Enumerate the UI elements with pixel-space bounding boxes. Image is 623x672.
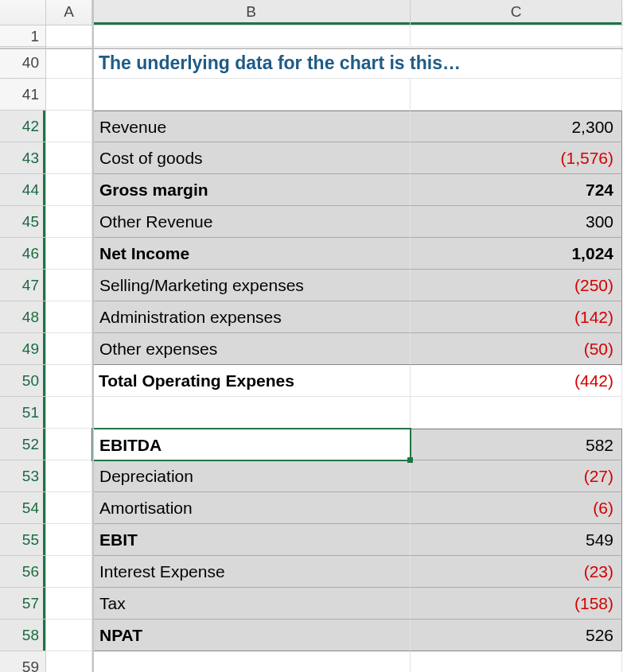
totals-label[interactable]: Total Operating Expenes (92, 365, 411, 397)
table-cell-label[interactable]: Tax (92, 588, 411, 620)
table-cell-value[interactable]: 549 (411, 524, 622, 556)
row-header[interactable]: 53 (0, 460, 45, 492)
cell[interactable] (46, 111, 92, 142)
spreadsheet: A B C 1 40 41 42 43 44 45 46 47 48 49 50… (0, 0, 623, 672)
cell[interactable] (46, 333, 92, 365)
table-cell-value[interactable]: (1,576) (411, 142, 622, 174)
row-header[interactable]: 43 (0, 142, 45, 174)
row-header[interactable]: 42 (0, 111, 45, 142)
cell[interactable] (46, 301, 92, 333)
cell[interactable] (46, 460, 92, 492)
row-header[interactable]: 45 (0, 206, 45, 238)
cell[interactable] (46, 47, 92, 79)
cell[interactable] (92, 25, 411, 47)
table-cell-value[interactable]: (158) (411, 588, 622, 620)
cell[interactable] (411, 25, 622, 47)
cell[interactable] (46, 206, 92, 238)
table-cell-value[interactable]: 1,024 (411, 238, 622, 270)
cell[interactable] (46, 620, 92, 651)
table-cell-value[interactable]: (23) (411, 556, 622, 588)
table-cell-value[interactable]: (250) (411, 270, 622, 301)
row-header[interactable]: 1 (0, 25, 45, 47)
table-cell-value[interactable]: (6) (411, 492, 622, 524)
cell[interactable] (46, 79, 92, 111)
cell[interactable] (46, 397, 92, 429)
title-cell[interactable]: The underlying data for the chart is thi… (92, 47, 411, 79)
active-cell[interactable]: EBITDA (92, 429, 411, 460)
row-header[interactable]: 41 (0, 79, 45, 111)
col-header-C[interactable]: C (411, 0, 622, 25)
freeze-pane-vline (92, 0, 94, 672)
cell[interactable] (411, 47, 622, 79)
row-header[interactable]: 56 (0, 556, 45, 588)
col-header-A[interactable]: A (46, 0, 92, 25)
table-cell-label[interactable]: Cost of goods (92, 142, 411, 174)
cell[interactable] (46, 25, 92, 47)
table-cell-value[interactable]: 526 (411, 620, 622, 651)
cell[interactable] (46, 142, 92, 174)
row-header[interactable]: 54 (0, 492, 45, 524)
cell[interactable] (46, 524, 92, 556)
row-headers: 1 40 41 42 43 44 45 46 47 48 49 50 51 52… (0, 25, 46, 672)
table-cell-label[interactable]: Other Revenue (92, 206, 411, 238)
row-header[interactable]: 40 (0, 47, 45, 79)
cell[interactable] (92, 651, 411, 672)
table-cell-label[interactable]: Other expenses (92, 333, 411, 365)
cell[interactable] (46, 588, 92, 620)
cell[interactable] (46, 651, 92, 672)
table-cell-label[interactable]: NPAT (92, 620, 411, 651)
row-header[interactable]: 47 (0, 270, 45, 301)
table-cell-value[interactable]: 724 (411, 174, 622, 206)
table-cell-label[interactable]: Interest Expense (92, 556, 411, 588)
cell[interactable] (46, 556, 92, 588)
row-header[interactable]: 59 (0, 651, 45, 672)
row-header[interactable]: 50 (0, 365, 45, 397)
row-header[interactable]: 46 (0, 238, 45, 270)
row-header[interactable]: 44 (0, 174, 45, 206)
table-cell-value[interactable]: (142) (411, 301, 622, 333)
table-cell-value[interactable]: (50) (411, 333, 622, 365)
row-header[interactable]: 55 (0, 524, 45, 556)
table-cell-label[interactable]: Gross margin (92, 174, 411, 206)
totals-value[interactable]: (442) (411, 365, 622, 397)
cell[interactable] (46, 270, 92, 301)
table-cell-value[interactable]: (27) (411, 460, 622, 492)
row-header[interactable]: 58 (0, 620, 45, 651)
cell[interactable] (411, 651, 622, 672)
table-cell-label[interactable]: Depreciation (92, 460, 411, 492)
table-cell-value[interactable]: 582 (411, 429, 622, 460)
row-header[interactable]: 51 (0, 397, 45, 429)
table-cell-value[interactable]: 300 (411, 206, 622, 238)
row-header[interactable]: 57 (0, 588, 45, 620)
table-cell-label[interactable]: Amortisation (92, 492, 411, 524)
row-header[interactable]: 49 (0, 333, 45, 365)
col-header-B[interactable]: B (92, 0, 411, 25)
table-cell-label[interactable]: Net Income (92, 238, 411, 270)
section-title: The underlying data for the chart is thi… (99, 52, 461, 73)
cell[interactable] (411, 79, 622, 111)
select-all-corner[interactable] (0, 0, 46, 25)
table-cell-value[interactable]: 2,300 (411, 111, 622, 142)
cell[interactable] (92, 397, 411, 429)
cells-grid: The underlying data for the chart is thi… (46, 25, 622, 672)
cell[interactable] (46, 365, 92, 397)
table-cell-label[interactable]: EBIT (92, 524, 411, 556)
cell[interactable] (46, 492, 92, 524)
cell[interactable] (46, 429, 92, 460)
row-header[interactable]: 52 (0, 429, 45, 460)
row-header[interactable]: 48 (0, 301, 45, 333)
table-cell-label[interactable]: Revenue (92, 111, 411, 142)
cell[interactable] (92, 79, 411, 111)
cell[interactable] (46, 238, 92, 270)
cell[interactable] (46, 174, 92, 206)
freeze-pane-hline (0, 48, 623, 49)
table-cell-label[interactable]: Selling/Marketing expenses (92, 270, 411, 301)
cell[interactable] (411, 397, 622, 429)
table-cell-label[interactable]: Administration expenses (92, 301, 411, 333)
